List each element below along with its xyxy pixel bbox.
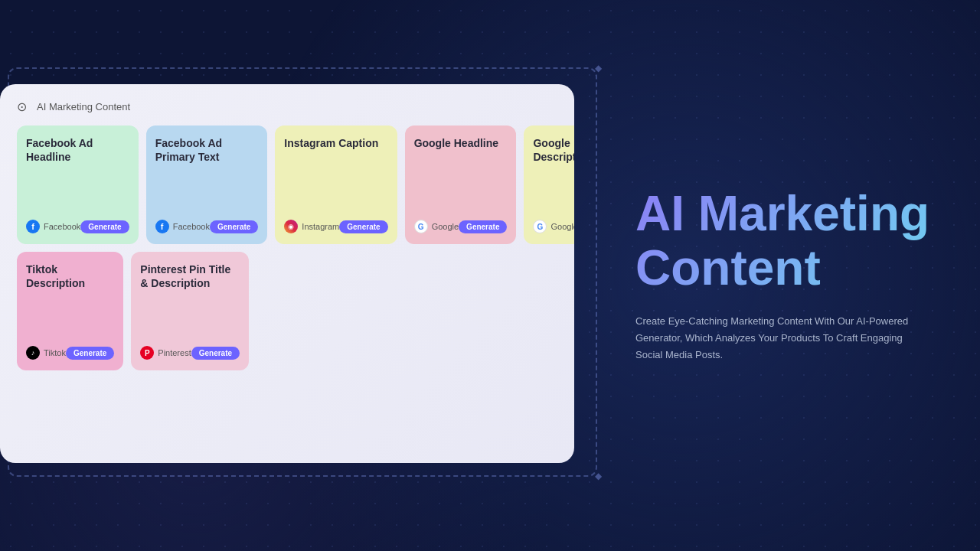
card-google-description: Google Description G Google Generate <box>524 126 574 244</box>
card-pinterest: Pinterest Pin Title & Description P Pint… <box>131 252 249 370</box>
facebook-logo-icon-2: f <box>155 220 169 233</box>
card-instagram-caption: Instagram Caption ◉ Instagram Generate <box>275 126 397 244</box>
platform-name-fb-headline: Facebook <box>44 222 80 231</box>
card-footer-google-desc: G Google Generate <box>533 220 574 233</box>
platform-name-google-headline: Google <box>432 222 459 231</box>
card-label-facebook-headline: Facebook Ad Headline <box>26 136 129 214</box>
panel-header-icon: ⊙ <box>17 99 31 113</box>
card-footer-pinterest: P Pinterest Generate <box>140 346 240 360</box>
card-facebook-headline: Facebook Ad Headline f Facebook Generate <box>17 126 139 244</box>
google-logo-icon: G <box>414 220 428 233</box>
platform-info-google-desc: G Google <box>533 220 574 233</box>
platform-name-tiktok: Tiktok <box>44 348 66 357</box>
main-title-line1: AI Marketing <box>635 186 929 241</box>
card-footer-fb-primary: f Facebook Generate <box>155 220 259 233</box>
main-title: AI Marketing Content <box>635 187 942 295</box>
card-footer-tiktok: ♪ Tiktok Generate <box>26 346 114 360</box>
generate-button-tiktok[interactable]: Generate <box>66 347 114 360</box>
card-label-instagram-caption: Instagram Caption <box>284 136 387 214</box>
card-tiktok-description: Tiktok Description ♪ Tiktok Generate <box>17 252 123 370</box>
panel-title: AI Marketing Content <box>37 101 130 112</box>
main-title-line2: Content <box>635 240 821 295</box>
platform-name-instagram: Instagram <box>302 222 339 231</box>
instagram-logo-icon: ◉ <box>284 220 298 233</box>
generate-button-google-headline[interactable]: Generate <box>459 220 507 233</box>
platform-name-google-desc: Google <box>550 222 574 231</box>
card-google-headline: Google Headline G Google Generate <box>405 126 517 244</box>
panel-header: ⊙ AI Marketing Content <box>17 99 557 113</box>
facebook-logo-icon: f <box>26 220 40 233</box>
cards-row-2: Tiktok Description ♪ Tiktok Generate Pin… <box>17 252 557 370</box>
tiktok-logo-icon: ♪ <box>26 346 40 360</box>
card-facebook-primary-text: Facebook Ad Primary Text f Facebook Gene… <box>146 126 268 244</box>
platform-info-instagram: ◉ Instagram <box>284 220 339 233</box>
card-label-google-headline: Google Headline <box>414 136 508 214</box>
platform-name-fb-primary: Facebook <box>173 222 210 231</box>
platform-info-fb-primary: f Facebook <box>155 220 210 233</box>
card-footer-google-headline: G Google Generate <box>414 220 508 233</box>
card-footer-instagram: ◉ Instagram Generate <box>284 220 387 233</box>
left-panel: ⊙ AI Marketing Content Facebook Ad Headl… <box>0 84 574 463</box>
pinterest-logo-icon: P <box>140 346 154 360</box>
platform-info-tiktok: ♪ Tiktok <box>26 346 66 360</box>
generate-button-instagram[interactable]: Generate <box>339 220 387 233</box>
generate-button-fb-headline[interactable]: Generate <box>80 220 129 233</box>
platform-info-pinterest: P Pinterest <box>140 346 191 360</box>
card-label-pinterest: Pinterest Pin Title & Description <box>140 262 240 340</box>
google-logo-icon-2: G <box>533 220 547 233</box>
cards-row-1: Facebook Ad Headline f Facebook Generate… <box>17 126 557 244</box>
generate-button-fb-primary[interactable]: Generate <box>210 220 258 233</box>
platform-name-pinterest: Pinterest <box>158 348 191 357</box>
generate-button-pinterest[interactable]: Generate <box>191 347 240 360</box>
card-label-tiktok: Tiktok Description <box>26 262 114 340</box>
platform-info-google-headline: G Google <box>414 220 459 233</box>
main-description: Create Eye-Catching Marketing Content Wi… <box>635 313 926 364</box>
card-footer-facebook-headline: f Facebook Generate <box>26 220 129 233</box>
card-label-google-description: Google Description <box>533 136 574 214</box>
card-label-facebook-primary-text: Facebook Ad Primary Text <box>155 136 259 214</box>
platform-info-fb-headline: f Facebook <box>26 220 80 233</box>
right-panel: AI Marketing Content Create Eye-Catching… <box>597 0 980 551</box>
